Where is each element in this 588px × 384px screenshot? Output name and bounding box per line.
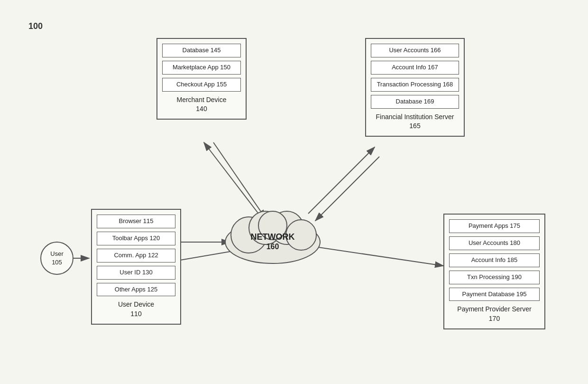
- payment-database-component: Payment Database 195: [449, 288, 540, 301]
- diagram-container: 100 User 105: [0, 0, 588, 384]
- merchant-device-box: Database 145 Marketplace App 150 Checkou…: [156, 38, 247, 120]
- payment-server-box: Payment Apps 175 User Accounts 180 Accou…: [443, 214, 545, 329]
- database-145-component: Database 145: [162, 44, 241, 57]
- user-device-box: Browser 115 Toolbar Apps 120 Comm. App 1…: [91, 209, 181, 325]
- browser-component: Browser 115: [97, 215, 175, 228]
- user-accounts-166-component: User Accounts 166: [371, 44, 459, 57]
- checkout-app-component: Checkout App 155: [162, 78, 241, 92]
- diagram-id: 100: [28, 21, 43, 31]
- marketplace-app-component: Marketplace App 150: [162, 61, 241, 75]
- financial-server-label: Financial Institution Server 165: [371, 112, 459, 131]
- user-node: User 105: [40, 242, 74, 275]
- network-cloud: NETWORK 160: [218, 199, 327, 268]
- payment-apps-component: Payment Apps 175: [449, 219, 540, 233]
- toolbar-apps-component: Toolbar Apps 120: [97, 232, 175, 245]
- other-apps-component: Other Apps 125: [97, 283, 175, 297]
- financial-server-box: User Accounts 166 Account Info 167 Trans…: [365, 38, 465, 137]
- account-info-185-component: Account Info 185: [449, 253, 540, 267]
- user-id-component: User ID 130: [97, 266, 175, 280]
- user-label: User: [50, 250, 63, 258]
- user-accounts-180-component: User Accounts 180: [449, 236, 540, 250]
- payment-server-label: Payment Provider Server 170: [449, 305, 540, 323]
- account-info-167-component: Account Info 167: [371, 61, 459, 75]
- svg-text:NETWORK: NETWORK: [251, 232, 295, 242]
- svg-line-9: [315, 247, 443, 266]
- txn-processing-component: Txn Processing 190: [449, 271, 540, 284]
- svg-text:160: 160: [266, 243, 279, 251]
- user-device-label: User Device 110: [97, 300, 175, 318]
- database-169-component: Database 169: [371, 95, 459, 109]
- user-number: 105: [52, 258, 62, 267]
- merchant-device-label: Merchant Device 140: [162, 95, 241, 114]
- comm-app-component: Comm. App 122: [97, 249, 175, 262]
- transaction-processing-component: Transaction Processing 168: [371, 78, 459, 92]
